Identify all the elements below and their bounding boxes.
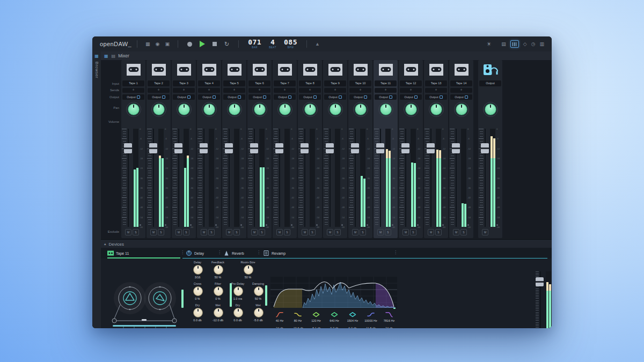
solo-button[interactable]: S: [334, 229, 341, 235]
output-route-button[interactable]: Output: [324, 94, 346, 100]
sync-icon[interactable]: ◉: [156, 42, 160, 47]
solo-button[interactable]: S: [385, 229, 391, 235]
bar-display[interactable]: 071 BAR: [248, 39, 261, 49]
channel-name[interactable]: Tape 1: [122, 80, 144, 86]
reverb-knob-damping[interactable]: [254, 286, 264, 296]
eq-band-lowpass-icon[interactable]: [385, 310, 393, 316]
output-route-button[interactable]: Output: [148, 94, 170, 100]
pan-knob[interactable]: [430, 104, 442, 115]
sends-add-button[interactable]: +: [198, 88, 220, 93]
channel-name[interactable]: Tape 11: [375, 80, 397, 86]
output-route-button[interactable]: Output: [400, 94, 422, 100]
reverb-knob-dry[interactable]: [233, 308, 243, 317]
brightness-icon[interactable]: ☀: [486, 41, 492, 48]
delay-knob-dry[interactable]: [193, 308, 203, 317]
sends-add-button[interactable]: +: [122, 88, 144, 93]
volume-fader[interactable]: [298, 129, 309, 227]
mute-button[interactable]: M: [453, 229, 459, 235]
solo-button[interactable]: S: [259, 229, 265, 235]
output-route-button[interactable]: Output: [425, 94, 447, 100]
delay-knob-delay[interactable]: [193, 265, 203, 275]
mute-button[interactable]: M: [251, 229, 258, 235]
eq-spectrum-display[interactable]: [270, 277, 397, 308]
output-route-button[interactable]: Output: [223, 94, 245, 100]
solo-button[interactable]: S: [233, 229, 240, 235]
solo-button[interactable]: S: [435, 229, 442, 235]
fader-handle[interactable]: [275, 143, 283, 153]
browser-rail[interactable]: ▦ Browser: [92, 51, 101, 328]
output-route-button[interactable]: Output: [450, 94, 472, 100]
solo-button[interactable]: S: [158, 229, 164, 235]
channel-name[interactable]: Tape 9: [324, 80, 346, 86]
channel-name[interactable]: Tape 13: [425, 80, 447, 86]
fader-handle[interactable]: [225, 143, 233, 153]
volume-fader[interactable]: [478, 129, 489, 227]
sends-add-button[interactable]: +: [248, 88, 270, 93]
pan-knob[interactable]: [380, 104, 392, 115]
eq-band-highpass-icon[interactable]: [275, 310, 284, 316]
mute-button[interactable]: M: [125, 229, 131, 235]
fader-handle[interactable]: [401, 143, 409, 153]
pan-knob[interactable]: [229, 104, 240, 115]
pan-knob[interactable]: [330, 104, 341, 115]
channel-strip-tape-10[interactable]: Tape 10+Output0-6-12-18-24-30-36-42-48-5…: [348, 60, 372, 238]
bpm-display[interactable]: 085 BPM: [284, 39, 297, 49]
device-tab-tape-11[interactable]: Tape 11: [107, 248, 129, 258]
fader-handle[interactable]: [124, 143, 132, 153]
mute-button[interactable]: M: [402, 229, 409, 235]
output-route-button[interactable]: Output: [274, 94, 296, 100]
channel-name[interactable]: Tape 14: [450, 80, 472, 86]
output-route-button[interactable]: Output: [349, 94, 371, 100]
pan-knob[interactable]: [153, 104, 165, 115]
delay-knob-cross[interactable]: [193, 286, 203, 296]
fader-handle[interactable]: [149, 143, 157, 153]
fader-handle[interactable]: [427, 143, 435, 153]
delay-knob-filter[interactable]: [214, 286, 223, 296]
volume-fader[interactable]: [197, 129, 208, 227]
volume-fader[interactable]: [374, 129, 384, 227]
stop-button[interactable]: [213, 42, 217, 46]
mute-button[interactable]: M: [377, 229, 384, 235]
mixer-tab-header[interactable]: ▦ ▤ Mixer: [101, 51, 552, 61]
sends-add-button[interactable]: +: [375, 88, 397, 93]
save-icon[interactable]: ▣: [165, 42, 170, 47]
reverb-knob-room-size[interactable]: [244, 265, 253, 275]
mute-button[interactable]: M: [276, 229, 283, 235]
fader-handle[interactable]: [481, 143, 489, 153]
channel-strip-tape-4[interactable]: Tape 4+Output0-6-12-18-24-30-36-42-48-54…: [197, 60, 221, 238]
fader-handle[interactable]: [351, 143, 359, 153]
channel-strip-tape-8[interactable]: Tape 8+Output0-6-12-18-24-30-36-42-48-54…: [298, 60, 322, 238]
solo-button[interactable]: S: [360, 229, 366, 235]
browser-icon[interactable]: ▦: [92, 54, 101, 58]
cube-icon[interactable]: ◇: [523, 41, 527, 47]
panel-right-icon[interactable]: ▥: [539, 41, 544, 47]
fader-handle[interactable]: [250, 143, 258, 153]
fader-handle[interactable]: [376, 143, 384, 153]
pan-knob[interactable]: [405, 104, 417, 115]
mute-button[interactable]: M: [150, 229, 157, 235]
solo-button[interactable]: S: [183, 229, 189, 235]
sends-add-button[interactable]: +: [173, 88, 195, 93]
sends-add-button[interactable]: +: [148, 88, 170, 93]
device-tab-delay[interactable]: Delay: [186, 248, 204, 258]
pan-knob[interactable]: [203, 104, 215, 115]
channel-name[interactable]: Tape 8: [299, 80, 321, 86]
channel-name[interactable]: Tape 10: [349, 80, 371, 86]
devices-header[interactable]: ▴ Devices: [101, 239, 552, 248]
record-button[interactable]: [187, 42, 192, 47]
fader-handle[interactable]: [452, 143, 460, 153]
pan-knob[interactable]: [355, 104, 367, 115]
solo-button[interactable]: S: [284, 229, 290, 235]
fader-handle[interactable]: [200, 143, 208, 153]
device-menu-dots[interactable]: ⋮: [217, 250, 222, 255]
reverb-knob-pre-delay[interactable]: [233, 286, 243, 296]
fader-handle[interactable]: [326, 143, 334, 153]
channel-strip-tape-12[interactable]: Tape 12+Output0-6-12-18-24-30-36-42-48-5…: [399, 60, 423, 238]
solo-button[interactable]: S: [460, 229, 467, 235]
loop-button[interactable]: ↻: [224, 41, 229, 48]
channel-name[interactable]: Tape 3: [173, 80, 195, 86]
sends-add-button[interactable]: +: [299, 88, 321, 93]
delay-knob-feedback[interactable]: [214, 265, 223, 275]
channel-strip-tape-9[interactable]: Tape 9+Output0-6-12-18-24-30-36-42-48-54…: [323, 60, 347, 238]
output-route-button[interactable]: Output: [299, 94, 321, 100]
